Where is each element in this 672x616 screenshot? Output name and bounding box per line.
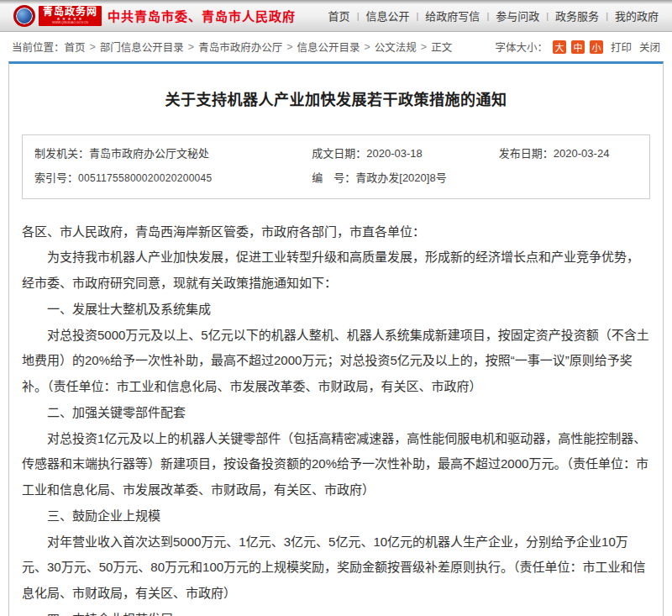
meta-issuer-label: 制发机关： (34, 147, 89, 160)
globe-icon (13, 5, 35, 27)
page-title: 关于支持机器人产业加快发展若干政策措施的通知 (22, 87, 650, 109)
font-size-medium-button[interactable]: 中 (571, 40, 585, 54)
org-title: 中共青岛市委、青岛市人民政府 (108, 7, 296, 24)
section-body-2: 对总投资1亿元及以上的机器人关键零部件（包括高精密减速器，高性能伺服电机和驱动器… (22, 426, 650, 503)
meta-issuer: 制发机关：青岛市政府办公厅文秘处 (34, 142, 312, 165)
meta-index-value: 00511755800020020200045 (78, 172, 213, 184)
breadcrumb-separator: > (365, 41, 370, 53)
breadcrumb-regulations[interactable]: 公文法规 (375, 39, 417, 55)
breadcrumb-info-directory[interactable]: 信息公开目录 (297, 39, 360, 55)
nav-separator: | (606, 11, 608, 21)
close-button[interactable]: 关闭 (639, 39, 660, 55)
breadcrumb-row: 当前位置： 首页 > 部门信息公开目录 > 青岛市政府办公厅 > 信息公开目录 … (0, 32, 672, 61)
breadcrumb-separator: > (286, 41, 292, 53)
meta-number: 编 号：青政办发[2020]8号 (312, 166, 499, 189)
meta-number-label: 编 号： (312, 171, 355, 184)
meta-publish-date: 发布日期：2020-03-24 (499, 142, 638, 165)
nav-item-info-disclosure[interactable]: 信息公开 (365, 8, 409, 24)
nav-item-home[interactable]: 首页 (328, 8, 350, 24)
meta-index: 索引号：00511755800020020200045 (34, 166, 312, 189)
font-size-large-button[interactable]: 大 (553, 40, 566, 54)
meta-written-date: 成文日期：2020-03-18 (312, 142, 499, 165)
nav-item-participate[interactable]: 参与问政 (496, 8, 539, 24)
section-heading-3: 三、鼓励企业上规模 (22, 503, 650, 529)
meta-written-date-value: 2020-03-18 (366, 147, 423, 160)
section-heading-4: 四、支持企业规范发展 (22, 607, 650, 616)
top-nav: 首页 | 信息公开 | 给政府写信 | 参与问政 | 政务服务 | 我的政府 (328, 8, 659, 24)
meta-publish-date-label: 发布日期： (499, 147, 554, 160)
paragraph-salutation: 各区、市人民政府，青岛西海岸新区管委，市政府各部门，市直各单位： (22, 219, 650, 245)
logo-site-url: WWW.QINGDAO.GOV.CN (45, 21, 95, 24)
document-body: 各区、市人民政府，青岛西海岸新区管委，市政府各部门，市直各单位： 为支持我市机器… (22, 219, 650, 616)
breadcrumb-label: 当前位置： (12, 39, 65, 55)
logo-badge: 青岛政务网 ★★★★★ WWW.QINGDAO.GOV.CN (39, 6, 102, 26)
nav-item-services[interactable]: 政务服务 (555, 8, 599, 24)
font-size-small-button[interactable]: 小 (590, 40, 603, 54)
breadcrumb-dept-directory[interactable]: 部门信息公开目录 (100, 39, 184, 55)
nav-separator: | (546, 11, 549, 21)
breadcrumb-home[interactable]: 首页 (65, 39, 86, 55)
nav-separator: | (357, 11, 360, 21)
meta-empty-cell (499, 166, 638, 189)
nav-separator: | (486, 11, 489, 21)
document-meta-box: 制发机关：青岛市政府办公厅文秘处 成文日期：2020-03-18 发布日期：20… (22, 134, 650, 199)
nav-item-my-gov[interactable]: 我的政府 (615, 8, 659, 24)
meta-written-date-label: 成文日期： (312, 147, 366, 160)
nav-separator: | (417, 11, 419, 21)
breadcrumb-current-article: 正文 (431, 39, 452, 55)
page-tools: 字体大小： 大 中 小 打印 关闭 (495, 39, 660, 55)
section-heading-2: 二、加强关键零部件配套 (22, 400, 650, 426)
logo-site-name: 青岛政务网 (43, 7, 97, 17)
font-size-label: 字体大小： (495, 39, 548, 55)
section-body-3: 对年营业收入首次达到5000万元、1亿元、3亿元、5亿元、10亿元的机器人生产企… (22, 529, 650, 607)
meta-publish-date-value: 2020-03-24 (554, 147, 610, 160)
section-body-1: 对总投资5000万元及以上、5亿元以下的机器人整机、机器人系统集成新建项目，按固… (22, 323, 650, 400)
breadcrumb-separator: > (188, 41, 194, 53)
breadcrumb-separator: > (90, 41, 96, 53)
paragraph-intro: 为支持我市机器人产业加快发展，促进工业转型升级和高质量发展，形成新的经济增长点和… (22, 245, 650, 297)
meta-number-value: 青政办发[2020]8号 (355, 171, 446, 184)
print-button[interactable]: 打印 (611, 39, 632, 55)
document-container: 关于支持机器人产业加快发展若干政策措施的通知 制发机关：青岛市政府办公厅文秘处 … (8, 61, 664, 616)
site-logo[interactable]: 青岛政务网 ★★★★★ WWW.QINGDAO.GOV.CN (13, 5, 102, 27)
nav-item-write-to-gov[interactable]: 给政府写信 (425, 8, 480, 24)
section-heading-1: 一、发展壮大整机及系统集成 (22, 297, 650, 323)
meta-issuer-value: 青岛市政府办公厅文秘处 (89, 147, 209, 160)
breadcrumb-separator: > (421, 41, 427, 53)
meta-index-label: 索引号： (34, 171, 78, 184)
site-header: 青岛政务网 ★★★★★ WWW.QINGDAO.GOV.CN 中共青岛市委、青岛… (0, 0, 672, 32)
breadcrumb-gov-office[interactable]: 青岛市政府办公厅 (198, 39, 282, 55)
